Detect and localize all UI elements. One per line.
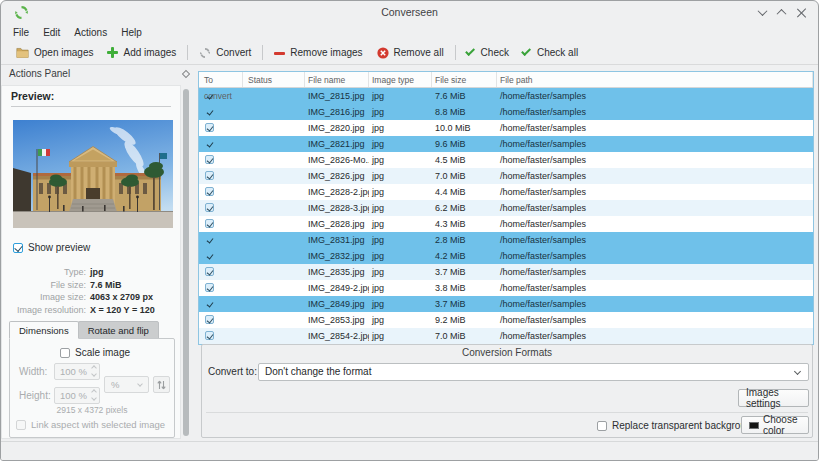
table-row[interactable]: IMG_2826.jpgjpg7.0 MiB/home/faster/sampl… bbox=[199, 168, 813, 184]
table-row[interactable]: IMG_2849.jpgjpg3.7 MiB/home/faster/sampl… bbox=[199, 296, 813, 312]
column-header[interactable]: File size bbox=[432, 72, 497, 87]
converseen-window: Converseen File Edit Actions Help Open i… bbox=[0, 0, 819, 461]
image-type-cell: jpg bbox=[369, 88, 432, 104]
table-row[interactable]: IMG_2828-3.jpgjpg6.2 MiB/home/faster/sam… bbox=[199, 200, 813, 216]
table-row[interactable]: IMG_2832.jpgjpg4.2 MiB/home/faster/sampl… bbox=[199, 248, 813, 264]
check-icon bbox=[521, 46, 531, 56]
file-name-cell: IMG_2821.jpg bbox=[305, 136, 369, 152]
info-label: Type: bbox=[1, 266, 86, 279]
actions-panel-title: Actions Panel bbox=[9, 68, 70, 79]
column-header[interactable]: Status bbox=[243, 72, 305, 87]
spinner-arrows-icon[interactable] bbox=[92, 366, 96, 376]
row-checkbox[interactable] bbox=[205, 187, 214, 196]
row-checkbox[interactable] bbox=[205, 299, 214, 308]
replace-background-checkbox[interactable]: Replace transparent background bbox=[597, 420, 757, 431]
pixel-size-note: 2915 x 4372 pixels bbox=[10, 405, 174, 415]
dock-scrollbar[interactable] bbox=[183, 89, 189, 436]
check-icon bbox=[465, 46, 475, 56]
file-path-cell: /home/faster/samples bbox=[497, 104, 813, 120]
column-header[interactable]: Image type bbox=[369, 72, 432, 87]
table-row[interactable]: IMG_2815.jpgjpg7.6 MiB/home/faster/sampl… bbox=[199, 88, 813, 104]
row-checkbox[interactable] bbox=[205, 139, 214, 148]
status-cell bbox=[243, 168, 305, 184]
row-checkbox[interactable] bbox=[205, 171, 214, 180]
table-row[interactable]: IMG_2828.jpgjpg4.3 MiB/home/faster/sampl… bbox=[199, 216, 813, 232]
row-checkbox[interactable] bbox=[205, 155, 214, 164]
row-checkbox[interactable] bbox=[205, 107, 214, 116]
row-checkbox[interactable] bbox=[205, 267, 214, 276]
column-header[interactable]: To convert bbox=[199, 72, 243, 87]
remove-all-label: Remove all bbox=[394, 47, 444, 58]
status-cell bbox=[243, 120, 305, 136]
menu-edit[interactable]: Edit bbox=[36, 25, 67, 40]
convert-to-combobox[interactable]: Don't change the format bbox=[258, 363, 809, 381]
convert-label: Convert bbox=[216, 47, 251, 58]
open-images-button[interactable]: Open images bbox=[9, 44, 100, 61]
check-all-button[interactable]: Check all bbox=[516, 44, 585, 61]
width-spinner[interactable]: 100 % bbox=[54, 363, 100, 380]
preview-divider bbox=[11, 106, 171, 107]
column-header[interactable]: File name bbox=[305, 72, 369, 87]
row-checkbox[interactable] bbox=[205, 251, 214, 260]
file-size-cell: 10.0 MiB bbox=[432, 120, 497, 136]
row-checkbox[interactable] bbox=[205, 283, 214, 292]
table-row[interactable]: IMG_2853.jpgjpg9.2 MiB/home/faster/sampl… bbox=[199, 312, 813, 328]
choose-color-button[interactable]: Choose color bbox=[741, 416, 809, 434]
checkbox-icon bbox=[597, 421, 607, 431]
image-type-cell: jpg bbox=[369, 136, 432, 152]
row-checkbox[interactable] bbox=[205, 91, 214, 100]
remove-images-button[interactable]: Remove images bbox=[267, 44, 369, 61]
file-name-cell: IMG_2849.jpg bbox=[305, 296, 369, 312]
file-size-cell: 4.5 MiB bbox=[432, 152, 497, 168]
menu-actions[interactable]: Actions bbox=[67, 25, 114, 40]
link-aspect-checkbox[interactable]: Link aspect with selected image bbox=[16, 419, 165, 430]
dock-float-icon[interactable] bbox=[182, 70, 190, 78]
image-type-cell: jpg bbox=[369, 184, 432, 200]
column-header[interactable]: File path bbox=[497, 72, 813, 87]
table-row[interactable]: IMG_2820.jpgjpg10.0 MiB/home/faster/samp… bbox=[199, 120, 813, 136]
table-row[interactable]: IMG_2828-2.jpgjpg4.4 MiB/home/faster/sam… bbox=[199, 184, 813, 200]
swap-arrows-icon bbox=[157, 380, 166, 390]
unit-combobox[interactable]: % bbox=[104, 376, 149, 393]
to-convert-cell bbox=[199, 312, 243, 328]
row-checkbox[interactable] bbox=[205, 203, 214, 212]
images-settings-button[interactable]: Images settings bbox=[738, 389, 809, 407]
add-images-button[interactable]: Add images bbox=[100, 44, 183, 61]
file-path-cell: /home/faster/samples bbox=[497, 168, 813, 184]
to-convert-cell bbox=[199, 200, 243, 216]
row-checkbox[interactable] bbox=[205, 331, 214, 340]
minimize-icon[interactable] bbox=[758, 6, 768, 16]
minus-icon bbox=[274, 52, 285, 55]
chevron-down-icon bbox=[137, 381, 143, 387]
tab-rotate-and-flip[interactable]: Rotate and flip bbox=[78, 321, 159, 339]
table-row[interactable]: IMG_2816.jpgjpg8.8 MiB/home/faster/sampl… bbox=[199, 104, 813, 120]
convert-button[interactable]: Convert bbox=[192, 44, 258, 62]
row-checkbox[interactable] bbox=[205, 219, 214, 228]
height-spinner[interactable]: 100 % bbox=[54, 387, 100, 404]
file-size-cell: 3.8 MiB bbox=[432, 280, 497, 296]
reset-dimensions-button[interactable] bbox=[153, 376, 170, 393]
file-path-cell: /home/faster/samples bbox=[497, 152, 813, 168]
tab-dimensions[interactable]: Dimensions bbox=[9, 321, 79, 339]
table-row[interactable]: IMG_2835.jpgjpg3.7 MiB/home/faster/sampl… bbox=[199, 264, 813, 280]
close-icon[interactable] bbox=[797, 8, 806, 17]
row-checkbox[interactable] bbox=[205, 123, 214, 132]
maximize-icon[interactable] bbox=[777, 9, 787, 19]
table-row[interactable]: IMG_2854-2.jpgjpg7.0 MiB/home/faster/sam… bbox=[199, 328, 813, 344]
table-row[interactable]: IMG_2821.jpgjpg9.6 MiB/home/faster/sampl… bbox=[199, 136, 813, 152]
check-button[interactable]: Check bbox=[460, 44, 516, 61]
spinner-arrows-icon[interactable] bbox=[92, 390, 96, 400]
row-checkbox[interactable] bbox=[205, 235, 214, 244]
menu-help[interactable]: Help bbox=[114, 25, 149, 40]
table-row[interactable]: IMG_2831.jpgjpg2.8 MiB/home/faster/sampl… bbox=[199, 232, 813, 248]
show-preview-checkbox[interactable]: Show preview bbox=[13, 242, 90, 253]
file-path-cell: /home/faster/samples bbox=[497, 280, 813, 296]
table-row[interactable]: IMG_2826-Mo...jpg4.5 MiB/home/faster/sam… bbox=[199, 152, 813, 168]
color-swatch-icon bbox=[749, 422, 759, 429]
row-checkbox[interactable] bbox=[205, 315, 214, 324]
table-row[interactable]: IMG_2849-2.jpgjpg3.8 MiB/home/faster/sam… bbox=[199, 280, 813, 296]
scale-image-checkbox[interactable]: Scale image bbox=[60, 347, 130, 358]
remove-all-button[interactable]: Remove all bbox=[370, 44, 451, 62]
image-type-cell: jpg bbox=[369, 280, 432, 296]
menu-file[interactable]: File bbox=[6, 25, 36, 40]
